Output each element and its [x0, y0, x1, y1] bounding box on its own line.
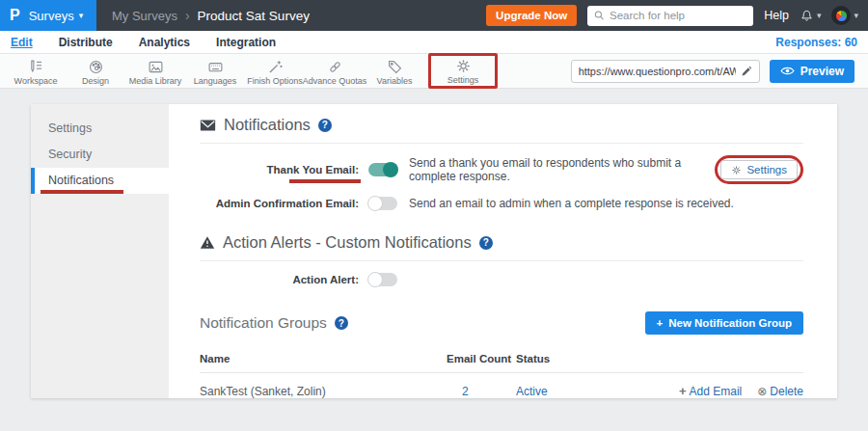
media-library-icon — [148, 59, 164, 75]
admin-confirmation-description: Send an email to admin when a complete r… — [409, 197, 734, 210]
warning-icon — [200, 235, 215, 250]
group-name: SankTest (Sanket, Zolin) — [200, 385, 447, 398]
app-menu-label: Surveys — [29, 9, 74, 23]
chevron-down-icon: ▾ — [817, 12, 822, 20]
toolbar-item-workspace[interactable]: Workspace — [6, 57, 66, 86]
annotation-settings-button-circle: Settings — [715, 155, 803, 184]
search-icon — [594, 10, 605, 21]
tab-analytics[interactable]: Analytics — [139, 36, 190, 49]
notification-groups-header: Notification Groups ? + New Notification… — [200, 311, 803, 335]
divider — [200, 143, 803, 144]
sidebar-item-notifications[interactable]: Notifications — [31, 168, 169, 194]
sidebar-item-security[interactable]: Security — [31, 142, 169, 168]
toolbar-item-design[interactable]: Design — [66, 57, 125, 86]
notifications-panel: Notifications ? Thank You Email: Send a … — [169, 104, 837, 398]
edit-url-button[interactable] — [741, 66, 752, 77]
workspace-icon — [28, 59, 44, 75]
chevron-down-icon: ▾ — [79, 12, 84, 20]
avatar — [831, 6, 851, 25]
help-search-box[interactable] — [587, 6, 753, 26]
upgrade-now-button[interactable]: Upgrade Now — [486, 5, 577, 26]
add-email-button[interactable]: + Add Email — [679, 384, 742, 398]
action-alert-label: Action Alert: — [200, 274, 359, 285]
toolbar-item-settings[interactable]: Settings — [433, 56, 493, 85]
tab-edit[interactable]: Edit — [11, 36, 33, 49]
page-title: Product Sat Survey — [198, 9, 310, 23]
delete-label: Delete — [770, 385, 803, 398]
plus-icon: + — [679, 384, 687, 398]
preview-button[interactable]: Preview — [770, 60, 854, 83]
thank-you-email-description: Send a thank you email to respondents wh… — [409, 156, 703, 183]
sidebar-item-label: Notifications — [48, 174, 114, 187]
action-alert-row: Action Alert: — [200, 273, 803, 286]
toolbar-label: Languages — [194, 76, 237, 86]
tab-integration[interactable]: Integration — [216, 36, 276, 49]
notification-groups-table: Name Email Count Status SankTest (Sanket… — [200, 346, 803, 398]
responses-count[interactable]: Responses: 60 — [775, 36, 857, 49]
envelope-icon — [200, 119, 216, 132]
questionpro-logo: P — [10, 7, 20, 24]
add-email-label: Add Email — [690, 385, 743, 398]
table-row: SankTest (Sanket, Zolin) 2 Active + Add … — [200, 373, 803, 398]
table-header-row: Name Email Count Status — [200, 346, 803, 373]
breadcrumb-separator-icon: › — [185, 8, 190, 23]
section-title: Action Alerts - Custom Notifications — [223, 233, 472, 252]
top-header: P Surveys ▾ My Surveys › Product Sat Sur… — [0, 0, 868, 31]
group-email-count-link[interactable]: 2 — [447, 385, 504, 398]
account-menu[interactable]: ▾ — [831, 6, 858, 25]
gear-icon — [731, 165, 742, 175]
column-header-status: Status — [504, 353, 620, 364]
toolbar-item-advance-quotas[interactable]: Advance Quotas — [305, 57, 365, 86]
settings-sidebar: Settings Security Notifications — [31, 104, 169, 398]
search-input[interactable] — [610, 10, 746, 21]
eye-icon — [780, 66, 795, 76]
admin-confirmation-row: Admin Confirmation Email: Send an email … — [200, 197, 803, 210]
help-link[interactable]: Help — [764, 9, 789, 22]
settings-card: Settings Security Notifications Notifica… — [31, 104, 837, 398]
help-icon[interactable]: ? — [318, 119, 332, 132]
finish-options-icon — [267, 59, 284, 75]
survey-url-input[interactable] — [579, 66, 736, 77]
thank-you-email-row: Thank You Email: Send a thank you email … — [200, 155, 803, 184]
toolbar-item-variables[interactable]: Variables — [365, 57, 424, 86]
preview-label: Preview — [800, 65, 844, 78]
action-alerts-section-header: Action Alerts - Custom Notifications ? — [200, 233, 803, 252]
annotation-thank-you-underline — [289, 179, 361, 183]
admin-confirmation-toggle[interactable] — [368, 197, 397, 210]
breadcrumb-my-surveys[interactable]: My Surveys — [112, 9, 177, 23]
action-alert-toggle[interactable] — [368, 273, 397, 286]
notifications-bell-menu[interactable]: ▾ — [800, 9, 822, 23]
languages-icon — [207, 59, 224, 75]
toolbar-label: Variables — [377, 76, 413, 86]
breadcrumb: My Surveys › Product Sat Survey — [112, 8, 310, 23]
chevron-down-icon: ▾ — [854, 12, 858, 20]
plus-icon: + — [657, 317, 664, 329]
variables-icon — [387, 59, 403, 75]
sidebar-item-settings[interactable]: Settings — [31, 116, 169, 142]
toolbar-label: Workspace — [14, 76, 58, 86]
column-header-email-count: Email Count — [447, 353, 504, 364]
thank-you-email-toggle[interactable] — [368, 163, 397, 176]
help-icon[interactable]: ? — [479, 236, 493, 250]
toolbar-item-languages[interactable]: Languages — [185, 57, 245, 86]
section-title: Notifications — [224, 116, 311, 134]
thank-you-settings-button[interactable]: Settings — [720, 160, 798, 179]
new-notification-group-button[interactable]: + New Notification Group — [645, 311, 804, 335]
tab-distribute[interactable]: Distribute — [59, 36, 113, 49]
survey-url-box — [571, 60, 760, 83]
settings-button-label: Settings — [746, 164, 787, 175]
survey-nav: Edit Distribute Analytics Integration Re… — [0, 31, 868, 54]
toolbar-label: Finish Options — [247, 76, 303, 86]
annotation-settings-toolbar: Settings — [428, 53, 498, 89]
toolbar-item-finish-options[interactable]: Finish Options — [245, 57, 305, 86]
section-title: Notification Groups — [200, 314, 327, 332]
help-icon[interactable]: ? — [335, 316, 348, 330]
divider — [200, 260, 803, 261]
bell-icon — [800, 9, 814, 23]
toolbar-item-media-library[interactable]: Media Library — [125, 57, 185, 86]
delete-button[interactable]: ⊗ Delete — [757, 384, 803, 398]
surveys-app-menu[interactable]: P Surveys ▾ — [0, 0, 96, 31]
group-status-link[interactable]: Active — [504, 385, 620, 398]
column-header-name: Name — [200, 353, 447, 364]
notifications-section-header: Notifications ? — [200, 116, 803, 134]
